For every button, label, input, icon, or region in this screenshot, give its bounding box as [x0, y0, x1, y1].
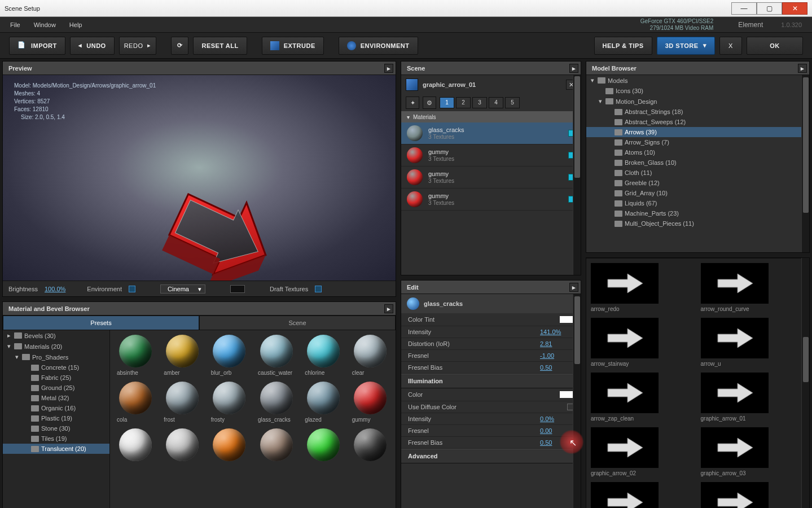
- material-preset[interactable]: frosty: [209, 382, 250, 423]
- tree-item[interactable]: Concrete (15): [3, 362, 109, 373]
- 3d-store-button[interactable]: 3D STORE▾: [657, 37, 715, 55]
- model-thumbnail-grid[interactable]: arrow_redoarrow_round_curvearrow_stairwa…: [586, 258, 809, 508]
- material-grid[interactable]: absintheamberblur_orbcaustic_waterchlori…: [110, 330, 396, 508]
- material-preset[interactable]: [209, 428, 250, 463]
- x-button[interactable]: X: [719, 37, 742, 55]
- scene-material-item[interactable]: glass_cracks3 Textures: [401, 122, 581, 144]
- advanced-section-header[interactable]: Advanced: [401, 449, 581, 463]
- material-preset[interactable]: [350, 428, 391, 463]
- reset-all-button[interactable]: RESET ALL: [193, 37, 247, 55]
- property-value[interactable]: 0.00: [540, 427, 574, 434]
- scene-tool-2-button[interactable]: ⚙: [423, 97, 436, 109]
- menu-window[interactable]: Window: [34, 21, 56, 28]
- group-button-3[interactable]: 3: [472, 97, 487, 108]
- undo-button[interactable]: ◂UNDO: [70, 37, 115, 55]
- material-preset[interactable]: frost: [161, 382, 203, 423]
- model-tree-item[interactable]: Machine_Parts (23): [586, 208, 809, 218]
- model-tree-item[interactable]: Broken_Glass (10): [586, 157, 809, 168]
- model-tree-item[interactable]: ▾Motion_Design: [586, 96, 809, 107]
- brightness-value[interactable]: 100.0%: [45, 286, 65, 292]
- menu-help[interactable]: Help: [69, 21, 82, 28]
- material-preset[interactable]: glazed: [302, 382, 344, 423]
- material-preset[interactable]: gummy: [350, 382, 391, 423]
- tab-scene[interactable]: Scene: [199, 316, 396, 330]
- tree-item[interactable]: Ground (25): [3, 383, 109, 393]
- tree-item[interactable]: Translucent (20): [3, 444, 109, 454]
- scene-material-item[interactable]: gummy3 Textures: [401, 167, 581, 189]
- material-preset[interactable]: caustic_water: [256, 335, 297, 376]
- model-thumbnail[interactable]: arrow_redo: [591, 263, 695, 312]
- tree-item[interactable]: Stone (30): [3, 423, 109, 433]
- color-swatch[interactable]: [559, 391, 574, 398]
- model-thumbnail[interactable]: [591, 482, 695, 508]
- model-thumbnail[interactable]: arrow_stairway: [591, 318, 695, 367]
- model-tree-item[interactable]: Atoms (10): [586, 147, 809, 157]
- material-tree[interactable]: ▸Bevels (30)▾Materials (20)▾Pro_ShadersC…: [3, 330, 110, 508]
- preview-viewport[interactable]: Model: Models/Motion_Design/Arrows/graph…: [3, 75, 396, 281]
- material-preset[interactable]: absinthe: [115, 335, 156, 376]
- material-preset[interactable]: blur_orb: [209, 335, 250, 376]
- help-tips-button[interactable]: HELP & TIPS: [594, 37, 652, 55]
- window-minimize-button[interactable]: —: [731, 2, 757, 15]
- tree-item[interactable]: Plastic (19): [3, 413, 109, 423]
- model-tree-item[interactable]: Liquids (67): [586, 198, 809, 208]
- material-preset[interactable]: [161, 428, 203, 463]
- model-tree-item[interactable]: Multi_Object_Pieces (11): [586, 218, 809, 229]
- panel-collapse-icon[interactable]: ▸: [798, 64, 807, 73]
- tree-item[interactable]: Metal (32): [3, 393, 109, 403]
- tree-item[interactable]: ▾Pro_Shaders: [3, 352, 109, 362]
- panel-collapse-icon[interactable]: ▸: [384, 64, 393, 73]
- ok-button[interactable]: OK: [747, 37, 803, 55]
- material-preset[interactable]: glass_cracks: [256, 382, 297, 423]
- draft-textures-checkbox[interactable]: [315, 286, 322, 292]
- menu-file[interactable]: File: [10, 21, 20, 28]
- group-button-5[interactable]: 5: [505, 97, 520, 108]
- group-button-2[interactable]: 2: [456, 97, 471, 108]
- model-thumbnail[interactable]: graphic_arrow_03: [701, 427, 805, 476]
- reset-icon-button[interactable]: ⟳: [171, 37, 189, 55]
- model-tree-item[interactable]: Grid_Array (10): [586, 188, 809, 198]
- bg-color-swatch[interactable]: [230, 285, 245, 293]
- model-thumbnail[interactable]: graphic_arrow_02: [591, 427, 695, 476]
- environment-checkbox[interactable]: [129, 286, 135, 292]
- window-close-button[interactable]: ✕: [782, 2, 807, 15]
- group-button-1[interactable]: 1: [440, 97, 454, 108]
- material-preset[interactable]: [256, 428, 297, 463]
- panel-collapse-icon[interactable]: ▸: [569, 64, 578, 73]
- group-button-4[interactable]: 4: [489, 97, 503, 108]
- scene-material-item[interactable]: gummy3 Textures: [401, 144, 581, 167]
- model-thumbnail[interactable]: [701, 482, 805, 508]
- model-tree-item[interactable]: ▾Models: [586, 75, 809, 86]
- property-value[interactable]: 0.50: [540, 364, 574, 371]
- tree-item[interactable]: ▾Materials (20): [3, 341, 109, 352]
- redo-button[interactable]: REDO▸: [119, 37, 156, 55]
- tree-item[interactable]: ▸Bevels (30): [3, 330, 109, 341]
- property-value[interactable]: 141.0%: [540, 329, 574, 335]
- model-thumbnail[interactable]: arrow_u: [701, 318, 805, 367]
- material-preset[interactable]: amber: [161, 335, 203, 376]
- model-thumbnail[interactable]: arrow_zap_clean: [591, 373, 695, 422]
- material-preset[interactable]: [302, 428, 344, 463]
- material-preset[interactable]: chlorine: [302, 335, 344, 376]
- model-tree-item[interactable]: Arrows (39): [586, 127, 809, 137]
- color-swatch[interactable]: [559, 316, 574, 323]
- property-value[interactable]: -1.00: [540, 352, 574, 359]
- scene-tool-1-button[interactable]: ✦: [406, 97, 419, 109]
- model-tree-item[interactable]: Cloth (11): [586, 168, 809, 178]
- property-value[interactable]: 0.50: [540, 439, 574, 446]
- tree-item[interactable]: Fabric (25): [3, 373, 109, 383]
- panel-collapse-icon[interactable]: ▸: [569, 283, 578, 292]
- scene-material-item[interactable]: gummy3 Textures: [401, 189, 581, 211]
- model-thumbnail[interactable]: graphic_arrow_01: [701, 373, 805, 422]
- material-preset[interactable]: clear: [350, 335, 391, 376]
- panel-collapse-icon[interactable]: ▸: [384, 304, 393, 313]
- model-tree-item[interactable]: Abstract_Sweeps (12): [586, 117, 809, 127]
- import-button[interactable]: 📄IMPORT: [9, 37, 65, 55]
- illumination-section-header[interactable]: Illumination: [401, 374, 581, 388]
- model-tree-item[interactable]: Icons (30): [586, 86, 809, 96]
- model-tree-item[interactable]: Greeble (12): [586, 178, 809, 188]
- model-tree-item[interactable]: Arrow_Signs (7): [586, 137, 809, 147]
- tree-item[interactable]: Tiles (19): [3, 433, 109, 444]
- model-tree[interactable]: ▾ModelsIcons (30)▾Motion_DesignAbstract_…: [586, 75, 809, 252]
- window-maximize-button[interactable]: ▢: [757, 2, 782, 15]
